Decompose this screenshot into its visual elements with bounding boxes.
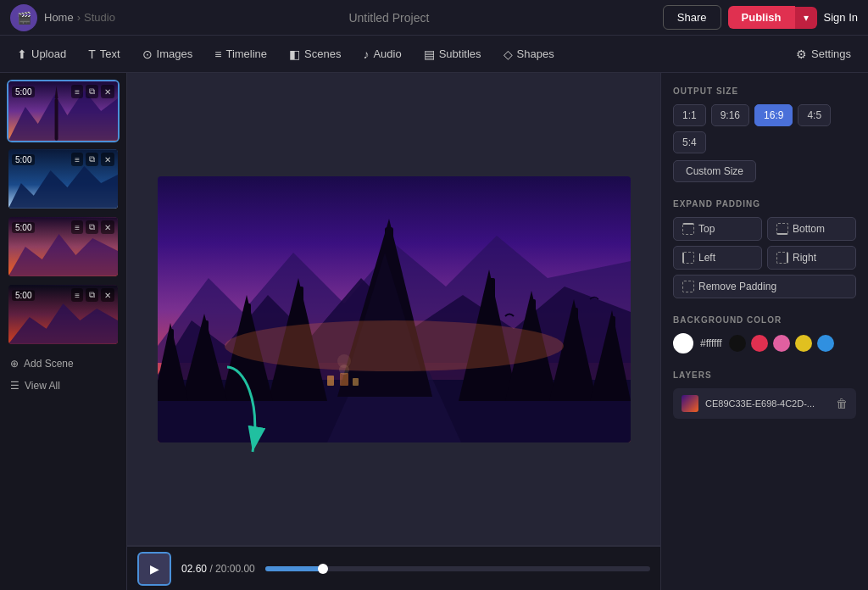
text-icon: T xyxy=(88,47,96,61)
scene-item-1[interactable]: 5:00 ≡ ⧉ ✕ xyxy=(7,80,120,142)
background-color-section: BACKGROUND COLOR #ffffff xyxy=(673,315,856,353)
progress-bar[interactable] xyxy=(265,566,650,571)
scenes-footer: ⊕ Add Scene ☰ View All xyxy=(7,351,120,398)
swatch-pink[interactable] xyxy=(773,335,790,352)
padding-top-button[interactable]: Top xyxy=(673,217,762,241)
toolbar-settings-label: Settings xyxy=(811,47,851,60)
toolbar-audio[interactable]: ♪ Audio xyxy=(353,42,411,66)
expand-padding-section: EXPAND PADDING Top Bottom Left xyxy=(673,199,856,298)
layers-section: LAYERS CE89C33E-E698-4C2D-... 🗑 xyxy=(673,370,856,419)
publish-dropdown-button[interactable]: ▾ xyxy=(795,7,817,29)
scene-2-copy-button[interactable]: ⧉ xyxy=(86,153,98,166)
annotation-arrow xyxy=(176,359,278,469)
canvas-area xyxy=(127,73,660,545)
padding-top-icon xyxy=(682,223,694,235)
toolbar-subtitles[interactable]: ▤ Subtitles xyxy=(414,42,492,66)
scene-item-4[interactable]: 5:00 ≡ ⧉ ✕ xyxy=(7,283,120,346)
view-all-label: View All xyxy=(25,380,60,392)
scene-3-copy-button[interactable]: ⧉ xyxy=(86,220,98,234)
size-1-1[interactable]: 1:1 xyxy=(673,104,706,126)
layer-thumbnail xyxy=(682,395,698,412)
scene-1-actions: ≡ ⧉ ✕ xyxy=(71,85,114,98)
bg-color-white-swatch[interactable] xyxy=(673,333,693,353)
size-5-4[interactable]: 5:4 xyxy=(673,131,706,153)
add-scene-label: Add Scene xyxy=(24,358,74,370)
scene-1-controls: 5:00 ≡ ⧉ ✕ xyxy=(12,85,114,98)
canvas-and-timeline: ▶ 02.60 / 20:00.00 xyxy=(127,73,660,590)
layer-item[interactable]: CE89C33E-E698-4C2D-... 🗑 xyxy=(673,388,856,419)
share-button[interactable]: Share xyxy=(663,5,721,30)
scene-1-delete-button[interactable]: ✕ xyxy=(101,85,114,98)
progress-fill xyxy=(265,566,323,571)
swatch-yellow[interactable] xyxy=(795,335,812,352)
size-options: 1:1 9:16 16:9 4:5 5:4 xyxy=(673,104,856,153)
output-size-label: OUTPUT SIZE xyxy=(673,86,856,96)
toolbar-audio-label: Audio xyxy=(373,47,401,60)
scene-4-delete-button[interactable]: ✕ xyxy=(101,288,114,302)
layer-delete-button[interactable]: 🗑 xyxy=(836,397,848,410)
scene-3-menu-button[interactable]: ≡ xyxy=(71,220,83,234)
swatch-red[interactable] xyxy=(751,335,768,352)
layers-label: LAYERS xyxy=(673,370,856,380)
add-scene-button[interactable]: ⊕ Add Scene xyxy=(7,354,120,373)
publish-button[interactable]: Publish xyxy=(728,6,795,29)
scene-2-time: 5:00 xyxy=(12,154,35,165)
size-4-5[interactable]: 4:5 xyxy=(798,104,831,126)
padding-bottom-icon xyxy=(776,223,788,235)
audio-icon: ♪ xyxy=(363,47,369,61)
view-all-button[interactable]: ☰ View All xyxy=(7,376,120,395)
custom-size-button[interactable]: Custom Size xyxy=(673,160,756,182)
size-9-16[interactable]: 9:16 xyxy=(711,104,749,126)
swatch-blue[interactable] xyxy=(817,335,834,352)
signin-button[interactable]: Sign In xyxy=(824,11,858,24)
swatch-black[interactable] xyxy=(729,335,746,352)
current-time: 02.60 xyxy=(181,563,207,575)
scene-2-menu-button[interactable]: ≡ xyxy=(71,153,83,166)
svg-rect-34 xyxy=(327,376,334,386)
timeline-bar: ▶ 02.60 / 20:00.00 xyxy=(127,546,660,590)
padding-bottom-button[interactable]: Bottom xyxy=(767,217,856,241)
project-title[interactable]: Untitled Project xyxy=(122,11,656,25)
svg-rect-2 xyxy=(55,98,58,141)
scene-2-delete-button[interactable]: ✕ xyxy=(101,153,114,166)
svg-rect-35 xyxy=(340,373,348,386)
scene-4-menu-button[interactable]: ≡ xyxy=(71,288,83,302)
scene-3-delete-button[interactable]: ✕ xyxy=(101,220,114,234)
layer-name: CE89C33E-E698-4C2D-... xyxy=(705,398,829,409)
toolbar-scenes[interactable]: ◧ Scenes xyxy=(279,42,351,66)
scene-1-copy-button[interactable]: ⧉ xyxy=(86,85,98,98)
bg-color-hex-label: #ffffff xyxy=(700,337,722,349)
padding-bottom-label: Bottom xyxy=(793,223,825,235)
scene-4-actions: ≡ ⧉ ✕ xyxy=(71,288,114,302)
time-display: 02.60 / 20:00.00 xyxy=(181,563,255,575)
padding-left-icon xyxy=(682,252,694,264)
progress-thumb[interactable] xyxy=(318,564,328,574)
scene-4-controls: 5:00 ≡ ⧉ ✕ xyxy=(12,288,114,302)
right-panel: OUTPUT SIZE 1:1 9:16 16:9 4:5 5:4 Custom… xyxy=(660,73,868,590)
scenes-icon: ◧ xyxy=(289,47,300,61)
scene-item-3[interactable]: 5:00 ≡ ⧉ ✕ xyxy=(7,215,120,278)
scene-1-menu-button[interactable]: ≡ xyxy=(71,85,83,98)
app-logo[interactable]: 🎬 xyxy=(10,4,37,31)
toolbar-text[interactable]: T Text xyxy=(78,42,130,66)
scene-item-2[interactable]: 5:00 ≡ ⧉ ✕ xyxy=(7,148,120,210)
padding-left-label: Left xyxy=(698,252,715,264)
toolbar-shapes[interactable]: ◇ Shapes xyxy=(493,42,565,66)
padding-left-button[interactable]: Left xyxy=(673,246,762,270)
scene-2-actions: ≡ ⧉ ✕ xyxy=(71,153,114,166)
add-scene-icon: ⊕ xyxy=(10,358,19,370)
toolbar-timeline-label: Timeline xyxy=(225,47,267,60)
padding-right-button[interactable]: Right xyxy=(767,246,856,270)
toolbar-images[interactable]: ⊙ Images xyxy=(132,42,203,66)
total-time: 20:00.00 xyxy=(215,563,255,575)
toolbar-timeline[interactable]: ≡ Timeline xyxy=(204,42,277,66)
scenes-panel: 5:00 ≡ ⧉ ✕ 5:00 ≡ ⧉ xyxy=(0,73,127,590)
toolbar-upload[interactable]: ⬆ Upload xyxy=(7,42,76,66)
remove-padding-button[interactable]: Remove Padding xyxy=(673,275,856,298)
padding-row-1: Top Bottom xyxy=(673,217,856,241)
play-button[interactable]: ▶ xyxy=(137,552,171,586)
scene-4-copy-button[interactable]: ⧉ xyxy=(86,288,98,302)
breadcrumb-home[interactable]: Home xyxy=(44,11,74,24)
size-16-9[interactable]: 16:9 xyxy=(754,104,793,126)
toolbar-settings[interactable]: ⚙ Settings xyxy=(786,42,861,66)
